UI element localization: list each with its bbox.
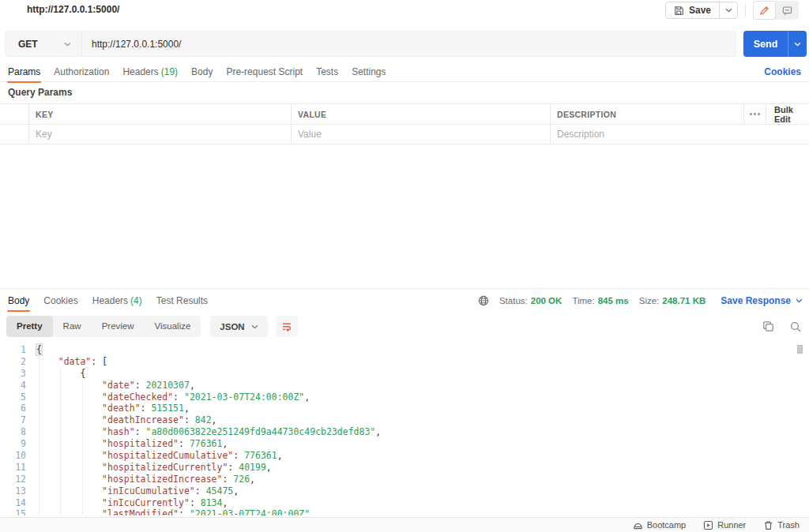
response-body-code[interactable]: 1{2 "data": [3 {4 "date": 20210307,5 "da…: [0, 339, 809, 515]
chevron-down-icon: [725, 8, 732, 13]
topbar-controls: Save: [665, 1, 799, 20]
edit-comment-group: [753, 1, 799, 20]
runner-icon: [703, 520, 713, 530]
tab-body[interactable]: Body: [190, 62, 214, 82]
view-tab-pretty[interactable]: Pretty: [6, 316, 53, 337]
tab-label: Test Results: [156, 295, 208, 306]
edit-button[interactable]: [753, 1, 776, 20]
save-button-label: Save: [689, 5, 711, 16]
tab-settings[interactable]: Settings: [350, 62, 387, 82]
code-line: 8 "hash": "a80d0063822e251249fd9a44730c4…: [0, 426, 809, 438]
view-tab-visualize[interactable]: Visualize: [145, 316, 201, 337]
indent-guide: [82, 380, 83, 515]
request-tabs: Params Authorization Headers(19) Body Pr…: [0, 62, 809, 82]
response-header: Body Cookies Headers(4) Test Results Sta…: [0, 288, 809, 312]
row-checkbox-cell[interactable]: [0, 125, 28, 144]
more-options-button[interactable]: [743, 104, 766, 124]
save-response-button[interactable]: Save Response: [721, 295, 803, 306]
size-label: Size:: [639, 296, 660, 305]
headers-count-badge: (19): [161, 66, 178, 77]
cookies-link[interactable]: Cookies: [764, 62, 801, 82]
tab-pre-request-script[interactable]: Pre-request Script: [224, 62, 304, 82]
send-button[interactable]: Send: [743, 31, 788, 57]
table-row: [0, 124, 809, 144]
send-button-label: Send: [754, 39, 778, 50]
tab-label: Headers: [92, 295, 128, 306]
code-line: 12 "hospitalizedIncrease": 726,: [0, 474, 809, 485]
tab-headers[interactable]: Headers(19): [121, 62, 179, 82]
bootcamp-button[interactable]: Bootcamp: [633, 520, 687, 530]
code-line: 6 "death": 515151,: [0, 403, 809, 414]
response-tab-cookies[interactable]: Cookies: [42, 289, 79, 313]
search-button[interactable]: [790, 321, 801, 332]
tab-label: Cookies: [43, 295, 77, 306]
value-column-header: VALUE: [298, 110, 326, 119]
save-button-group: Save: [665, 2, 738, 19]
save-options-button[interactable]: [719, 2, 737, 18]
view-tab-preview[interactable]: Preview: [92, 316, 145, 337]
status-value: 200 OK: [531, 296, 563, 305]
tab-label: Tests: [316, 66, 338, 77]
send-options-button[interactable]: [788, 31, 807, 57]
divider: [745, 4, 746, 17]
tab-label: Authorization: [54, 66, 109, 77]
code-line: 10 "hospitalizedCumulative": 776361,: [0, 450, 809, 462]
response-tab-test-results[interactable]: Test Results: [155, 289, 209, 313]
time-badge[interactable]: Time: 845 ms: [572, 296, 628, 305]
code-line: 1{: [0, 344, 809, 356]
code-line: 15 "lastModified": "2021-03-07T24:00:00Z…: [0, 508, 809, 515]
wrap-text-button[interactable]: [276, 316, 298, 337]
code-line: 5 "dateChecked": "2021-03-07T24:00:00Z",: [0, 392, 809, 403]
key-input[interactable]: [36, 129, 278, 140]
trash-icon: [763, 520, 773, 530]
comment-button[interactable]: [776, 1, 799, 20]
indent-guide: [39, 356, 40, 515]
trash-button[interactable]: Trash: [763, 520, 800, 530]
code-line: 9 "hospitalized": 776361,: [0, 438, 809, 450]
time-label: Time:: [572, 296, 594, 305]
code-line: 13 "inIcuCumulative": 45475,: [0, 485, 809, 497]
description-input[interactable]: [557, 129, 796, 140]
code-line: 4 "date": 20210307,: [0, 380, 809, 392]
save-button[interactable]: Save: [666, 2, 719, 18]
method-label: GET: [18, 39, 38, 50]
tab-tests[interactable]: Tests: [314, 62, 340, 82]
table-header-row: KEY VALUE DESCRIPTION Bulk Edit: [0, 103, 809, 124]
status-badge[interactable]: Status: 200 OK: [499, 296, 562, 305]
url-input[interactable]: http://127.0.0.1:5000/: [82, 39, 736, 50]
pencil-icon: [759, 6, 769, 16]
copy-button[interactable]: [762, 320, 774, 332]
bulk-edit-button[interactable]: Bulk Edit: [766, 104, 809, 124]
tab-params[interactable]: Params: [6, 62, 42, 82]
chevron-down-icon: [64, 42, 71, 47]
tab-label: Headers: [122, 66, 158, 77]
response-tab-headers[interactable]: Headers(4): [91, 289, 144, 313]
wrap-text-icon: [281, 321, 292, 332]
code-line: 7 "deathIncrease": 842,: [0, 414, 809, 426]
runner-button[interactable]: Runner: [703, 520, 746, 530]
size-badge[interactable]: Size: 248.71 KB: [639, 296, 706, 305]
format-selector[interactable]: JSON: [210, 316, 267, 337]
response-toolbar: Pretty Raw Preview Visualize JSON: [6, 316, 801, 337]
tab-authorization[interactable]: Authorization: [52, 62, 111, 82]
method-selector[interactable]: GET: [6, 32, 81, 56]
response-tab-body[interactable]: Body: [6, 289, 31, 313]
value-input[interactable]: [298, 129, 537, 140]
bootcamp-icon: [633, 520, 643, 530]
view-tab-raw[interactable]: Raw: [53, 316, 92, 337]
request-url-bar: GET http://127.0.0.1:5000/: [5, 31, 736, 57]
select-all-cell[interactable]: [0, 104, 28, 124]
bootcamp-label: Bootcamp: [647, 520, 687, 530]
chevron-down-icon: [251, 324, 258, 329]
code-line: 2 "data": [: [0, 356, 809, 368]
query-params-heading: Query Params: [8, 87, 72, 98]
trash-label: Trash: [777, 520, 800, 530]
indent-guide: [60, 368, 61, 515]
tab-label: Pre-request Script: [226, 66, 303, 77]
save-icon: [674, 6, 684, 16]
globe-icon[interactable]: [478, 295, 489, 306]
tab-label: Body: [8, 295, 29, 306]
comment-icon: [782, 6, 792, 16]
scrollbar-thumb[interactable]: [797, 345, 803, 354]
size-value: 248.71 KB: [662, 296, 706, 305]
